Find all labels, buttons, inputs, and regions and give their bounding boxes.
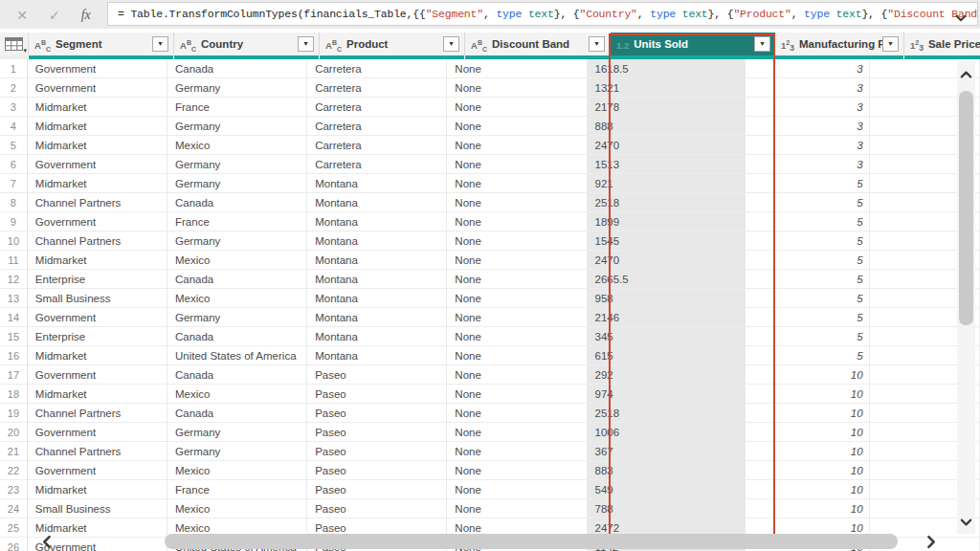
cell-country[interactable]: Germany bbox=[167, 174, 307, 193]
cell-units_sold[interactable]: 2518 bbox=[588, 404, 746, 423]
row-number[interactable]: 22 bbox=[0, 461, 28, 480]
cell-product[interactable]: Paseo bbox=[307, 499, 447, 518]
cell-manufacturing_price[interactable]: 5 bbox=[746, 174, 870, 193]
cell-segment[interactable]: Midmarket bbox=[28, 136, 167, 155]
cell-product[interactable]: Carretera bbox=[307, 78, 447, 98]
cell-discount_band[interactable]: None bbox=[447, 404, 587, 423]
cell-manufacturing_price[interactable]: 10 bbox=[746, 404, 870, 423]
cell-segment[interactable]: Enterprise bbox=[28, 270, 167, 289]
cell-manufacturing_price[interactable]: 5 bbox=[746, 193, 870, 212]
cell-product[interactable]: Carretera bbox=[307, 98, 447, 117]
filter-button[interactable]: ▾ bbox=[152, 36, 168, 52]
cell-product[interactable]: Paseo bbox=[307, 365, 447, 385]
cell-segment[interactable]: Midmarket bbox=[28, 480, 167, 499]
column-header-segment[interactable]: ABCSegment▾ bbox=[29, 33, 174, 55]
vertical-scrollbar[interactable] bbox=[957, 61, 975, 534]
check-icon[interactable]: ✓ bbox=[49, 9, 60, 22]
cell-discount_band[interactable]: None bbox=[447, 461, 587, 480]
cell-units_sold[interactable]: 2665.5 bbox=[588, 270, 746, 289]
cell-country[interactable]: Mexico bbox=[167, 385, 307, 404]
row-number[interactable]: 16 bbox=[0, 346, 28, 365]
cell-product[interactable]: Montana bbox=[307, 308, 447, 327]
cell-discount_band[interactable]: None bbox=[447, 212, 587, 231]
filter-button[interactable]: ▾ bbox=[298, 36, 314, 52]
scroll-up-icon[interactable] bbox=[959, 67, 973, 82]
cell-segment[interactable]: Government bbox=[28, 155, 167, 174]
row-number[interactable]: 10 bbox=[0, 231, 28, 251]
cell-manufacturing_price[interactable]: 5 bbox=[746, 346, 870, 365]
column-header-discount_band[interactable]: ABCDiscount Band▾ bbox=[465, 33, 611, 55]
cell-manufacturing_price[interactable]: 10 bbox=[746, 461, 870, 480]
cell-product[interactable]: Paseo bbox=[307, 423, 447, 442]
cell-manufacturing_price[interactable]: 10 bbox=[746, 480, 870, 499]
cell-segment[interactable]: Government bbox=[28, 461, 167, 480]
row-number[interactable]: 4 bbox=[0, 117, 28, 136]
column-header-sale_price[interactable]: 123Sale Price▾ bbox=[904, 33, 980, 55]
cell-country[interactable]: France bbox=[167, 480, 307, 499]
row-number[interactable]: 2 bbox=[0, 78, 28, 98]
cell-product[interactable]: Carretera bbox=[307, 117, 447, 136]
cell-manufacturing_price[interactable]: 5 bbox=[746, 270, 870, 289]
cell-discount_band[interactable]: None bbox=[447, 442, 587, 461]
vertical-scrollbar-thumb[interactable] bbox=[959, 91, 973, 325]
cell-units_sold[interactable]: 292 bbox=[588, 365, 746, 385]
cell-segment[interactable]: Government bbox=[28, 212, 167, 231]
cell-discount_band[interactable]: None bbox=[447, 78, 587, 98]
cell-manufacturing_price[interactable]: 5 bbox=[746, 212, 870, 231]
cell-manufacturing_price[interactable]: 5 bbox=[746, 289, 870, 308]
cell-segment[interactable]: Government bbox=[28, 423, 167, 442]
cell-product[interactable]: Montana bbox=[307, 327, 447, 346]
row-number[interactable]: 15 bbox=[0, 327, 28, 346]
cell-country[interactable]: Canada bbox=[167, 270, 307, 289]
cell-product[interactable]: Paseo bbox=[307, 404, 447, 423]
column-header-manufacturing_price[interactable]: 123Manufacturing Price▾ bbox=[775, 33, 904, 55]
cancel-icon[interactable]: ✕ bbox=[16, 9, 28, 22]
cell-units_sold[interactable]: 1899 bbox=[588, 212, 746, 231]
filter-button[interactable]: ▾ bbox=[589, 36, 605, 52]
cell-manufacturing_price[interactable]: 10 bbox=[746, 423, 870, 442]
cell-manufacturing_price[interactable]: 3 bbox=[746, 59, 870, 78]
cell-units_sold[interactable]: 883 bbox=[588, 461, 746, 480]
cell-discount_band[interactable]: None bbox=[447, 327, 587, 346]
cell-discount_band[interactable]: None bbox=[447, 385, 587, 404]
cell-discount_band[interactable]: None bbox=[447, 98, 587, 117]
cell-country[interactable]: Germany bbox=[167, 117, 307, 136]
cell-discount_band[interactable]: None bbox=[447, 231, 587, 251]
cell-units_sold[interactable]: 888 bbox=[588, 117, 746, 136]
column-header-product[interactable]: ABCProduct▾ bbox=[320, 33, 465, 55]
cell-segment[interactable]: Government bbox=[28, 78, 167, 98]
cell-discount_band[interactable]: None bbox=[447, 499, 587, 518]
cell-country[interactable]: Mexico bbox=[167, 461, 307, 480]
row-number[interactable]: 1 bbox=[0, 59, 28, 78]
cell-country[interactable]: Canada bbox=[167, 59, 307, 78]
row-number[interactable]: 21 bbox=[0, 442, 28, 461]
cell-product[interactable]: Carretera bbox=[307, 136, 447, 155]
cell-units_sold[interactable]: 1321 bbox=[588, 78, 746, 98]
row-number[interactable]: 8 bbox=[0, 193, 28, 212]
cell-units_sold[interactable]: 1618.5 bbox=[588, 59, 746, 78]
cell-segment[interactable]: Channel Partners bbox=[28, 404, 167, 423]
column-header-units_sold[interactable]: 1.2Units Sold▾ bbox=[611, 33, 775, 55]
cell-manufacturing_price[interactable]: 10 bbox=[746, 499, 870, 518]
cell-product[interactable]: Paseo bbox=[307, 480, 447, 499]
cell-country[interactable]: United States of America bbox=[167, 346, 307, 365]
cell-units_sold[interactable]: 2470 bbox=[588, 136, 746, 155]
cell-discount_band[interactable]: None bbox=[447, 117, 587, 136]
cell-product[interactable]: Montana bbox=[307, 346, 447, 365]
cell-country[interactable]: Germany bbox=[167, 308, 307, 327]
filter-button[interactable]: ▾ bbox=[754, 36, 770, 52]
select-all-corner[interactable]: ▾ bbox=[0, 33, 29, 55]
cell-units_sold[interactable]: 2146 bbox=[588, 308, 746, 327]
cell-country[interactable]: Mexico bbox=[167, 499, 307, 518]
row-number[interactable]: 23 bbox=[0, 480, 28, 499]
chevron-down-icon[interactable] bbox=[954, 11, 968, 25]
filter-button[interactable]: ▾ bbox=[443, 36, 459, 52]
cell-units_sold[interactable]: 615 bbox=[588, 346, 746, 365]
cell-segment[interactable]: Midmarket bbox=[28, 251, 167, 270]
cell-product[interactable]: Montana bbox=[307, 289, 447, 308]
formula-input[interactable]: = Table.TransformColumnTypes(financials_… bbox=[107, 2, 978, 26]
cell-segment[interactable]: Channel Partners bbox=[28, 193, 167, 212]
column-header-country[interactable]: ABCCountry▾ bbox=[174, 33, 320, 55]
row-number[interactable]: 12 bbox=[0, 270, 28, 289]
cell-units_sold[interactable]: 345 bbox=[588, 327, 746, 346]
